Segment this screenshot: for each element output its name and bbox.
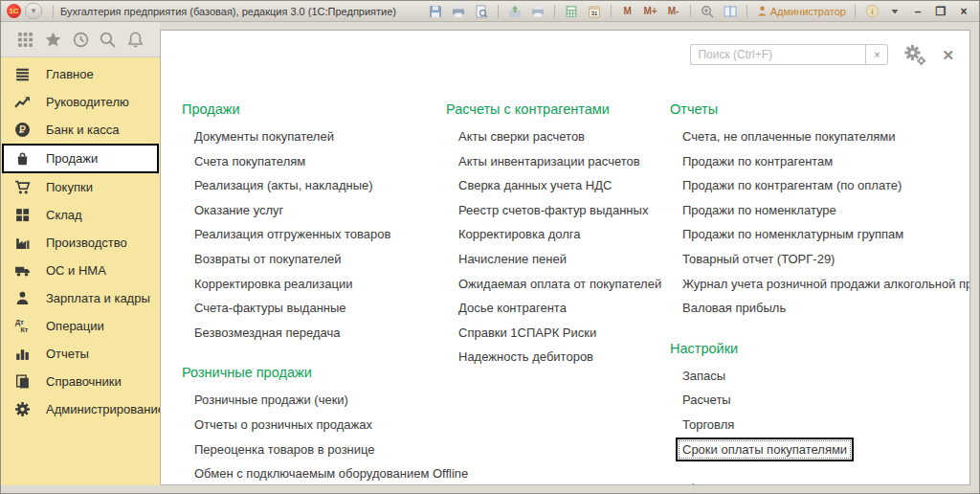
send-document-icon[interactable] [505, 4, 524, 19]
zoom-icon[interactable] [698, 4, 717, 19]
divider [498, 5, 499, 18]
sidebar-item-отчеты[interactable]: Отчеты [1, 340, 160, 368]
memory-plus-button[interactable]: M+ [641, 4, 660, 19]
panel-settings-gear-icon[interactable] [902, 44, 926, 65]
sidebar-item-администрирование[interactable]: Администрирование [1, 395, 160, 423]
menu-link[interactable]: Товарный отчет (ТОРГ-29) [670, 247, 970, 272]
calendar-icon[interactable]: 31 [585, 4, 604, 19]
menu-link[interactable]: Счета-фактуры выданные [182, 296, 442, 321]
menu-link[interactable]: Акты сверки расчетов [446, 124, 668, 149]
menu-section: ОтчетыСчета, не оплаченные покупателямиП… [670, 100, 970, 321]
minimize-button[interactable]: – [908, 4, 927, 19]
menu-link[interactable]: Сроки оплаты покупателями [670, 438, 970, 462]
menu-link[interactable]: Запасы [670, 364, 970, 389]
chevron-down-icon[interactable] [885, 4, 904, 19]
section-title: Отчеты [670, 100, 970, 120]
menu-link[interactable]: Продажи по контрагентам [670, 149, 970, 174]
divider [855, 5, 856, 18]
memory-minus-button[interactable]: M- [664, 4, 683, 19]
print-preview-icon [475, 5, 488, 18]
close-button[interactable]: × [954, 4, 973, 19]
close-button-label: × [960, 4, 967, 19]
factory-icon [13, 235, 32, 251]
sidebar-item-label: ОС и НМА [46, 263, 106, 278]
menu-link[interactable]: Продажи по контрагентам (по оплате) [670, 173, 970, 198]
searchbox: × [690, 44, 888, 65]
menu-link[interactable]: Продажи по номенклатурным группам [670, 222, 970, 247]
menu-link[interactable]: Счета покупателям [182, 149, 442, 174]
sidebar-item-руководителю[interactable]: Руководителю [1, 88, 160, 116]
print-icon[interactable] [449, 4, 468, 19]
sidebar-item-зарплата-и-кадры[interactable]: Зарплата и кадры [1, 284, 160, 312]
highlighted-menu-link[interactable]: Сроки оплаты покупателями [676, 438, 854, 461]
divider [611, 5, 612, 18]
sidebar-item-главное[interactable]: Главное [1, 60, 160, 88]
menu-link[interactable]: Корректировка реализации [182, 272, 442, 297]
svg-text:Р: Р [19, 124, 26, 135]
menu-link[interactable]: Надежность дебиторов [446, 345, 668, 370]
menu-lines-icon [13, 66, 32, 82]
menu-link[interactable]: Документы покупателей [182, 124, 442, 149]
menu-link[interactable]: Оказание услуг [182, 198, 442, 223]
menu-link[interactable]: Начисление пеней [446, 247, 668, 272]
search-icon[interactable] [99, 31, 117, 49]
menu-link[interactable]: Журнал учета розничной продажи алкогольн… [670, 272, 970, 297]
search-input[interactable] [690, 44, 865, 65]
section-title: Розничные продажи [182, 363, 442, 383]
menu-link[interactable]: Возвраты от покупателей [182, 247, 442, 272]
sidebar-item-справочники[interactable]: Справочники [1, 368, 160, 395]
1c-logo-icon[interactable]: 1С [7, 4, 21, 18]
star-icon[interactable] [44, 31, 62, 49]
sidebar-item-склад[interactable]: Склад [1, 201, 160, 229]
sidebar-item-продажи[interactable]: Продажи [2, 144, 159, 173]
sidebar-item-банк-и-касса[interactable]: РБанк и касса [1, 116, 160, 144]
quick-print-icon[interactable] [528, 4, 547, 19]
section-panel: × ✕ ПродажиДокументы покупателейСчета по… [160, 30, 970, 485]
sidebar-item-покупки[interactable]: Покупки [1, 173, 160, 201]
sidebar-item-операции[interactable]: ДтКтОперации [1, 312, 160, 340]
history-icon[interactable] [72, 31, 90, 49]
system-menu-button[interactable]: ▼ [25, 3, 42, 19]
section-title: Информация [670, 480, 970, 485]
menu-link[interactable]: Счета, не оплаченные покупателями [670, 124, 970, 149]
notifications-bell-icon[interactable] [126, 31, 145, 49]
calculator-icon[interactable] [562, 4, 581, 19]
print-preview-icon[interactable] [472, 4, 491, 19]
app-body: ГлавноеРуководителюРБанк и кассаПродажиП… [1, 22, 979, 494]
menu-link[interactable]: Обмен с подключаемым оборудованием Offli… [182, 461, 442, 485]
maximize-button[interactable]: ❐ [931, 4, 950, 19]
save-icon[interactable] [426, 4, 445, 19]
menu-link[interactable]: Ожидаемая оплата от покупателей [446, 272, 668, 297]
sidebar-item-label: Операции [46, 319, 104, 333]
menu-link[interactable]: Реестр счетов-фактур выданных [446, 198, 668, 223]
panel-close-icon[interactable]: ✕ [942, 48, 954, 62]
sections-sidebar: ГлавноеРуководителюРБанк и кассаПродажиП… [1, 57, 160, 485]
menu-link[interactable]: Сверка данных учета НДС [446, 173, 668, 198]
menu-link[interactable]: Расчеты [670, 388, 970, 413]
menu-link[interactable]: Продажи по номенклатуре [670, 198, 970, 223]
menu-link[interactable]: Акты инвентаризации расчетов [446, 149, 668, 174]
menu-link[interactable]: Реализация отгруженных товаров [182, 222, 442, 247]
search-clear-button[interactable]: × [865, 44, 888, 65]
menu-link[interactable]: Розничные продажи (чеки) [182, 388, 442, 413]
menu-link[interactable]: Справки 1СПАРК Риски [446, 321, 668, 346]
apps-grid-icon[interactable] [16, 31, 34, 49]
sidebar-item-ос-и-нма[interactable]: ОС и НМА [1, 257, 160, 284]
menu-link[interactable]: Валовая прибыль [670, 296, 970, 321]
split-window-icon[interactable] [721, 4, 740, 19]
info-icon[interactable]: i [862, 4, 881, 19]
menu-link[interactable]: Отчеты о розничных продажах [182, 413, 442, 438]
sidebar-item-производство[interactable]: Производство [1, 229, 160, 257]
menu-link[interactable]: Досье контрагента [446, 296, 668, 321]
sidebar-item-label: Главное [46, 67, 94, 81]
menu-column: ПродажиДокументы покупателейСчета покупа… [182, 100, 442, 485]
memory-button[interactable]: M [618, 4, 637, 19]
current-user[interactable]: Администратор [754, 4, 848, 19]
menu-link[interactable]: Реализация (акты, накладные) [182, 173, 442, 198]
menu-link[interactable]: Переоценка товаров в рознице [182, 438, 442, 462]
quick-print-icon [531, 5, 545, 18]
bar-chart-icon [13, 346, 32, 362]
menu-link[interactable]: Торговля [670, 413, 970, 438]
menu-link[interactable]: Корректировка долга [446, 222, 668, 247]
menu-link[interactable]: Безвозмездная передача [182, 321, 442, 346]
